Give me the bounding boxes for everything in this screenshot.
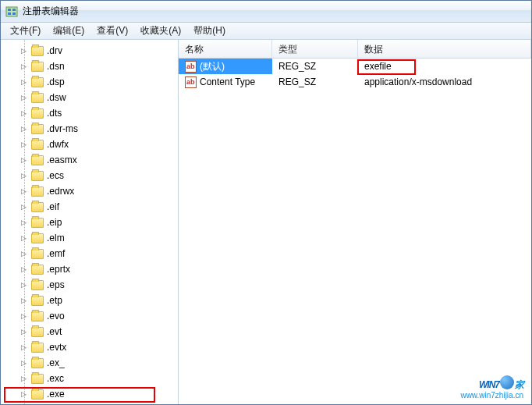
tree-node-label: .evt xyxy=(47,326,62,337)
tree: .drv.dsn.dsp.dsw.dts.dvr-ms.dwfx.easmx.e… xyxy=(1,40,178,402)
column-header-type[interactable]: 类型 xyxy=(272,40,358,58)
expand-icon[interactable] xyxy=(20,94,28,102)
tree-node[interactable]: .evtx xyxy=(20,339,178,355)
folder-icon xyxy=(31,202,44,212)
cell-type: REG_SZ xyxy=(272,74,358,90)
tree-node-label: .exc xyxy=(47,373,64,384)
tree-node[interactable]: .ecs xyxy=(20,168,178,183)
tree-node[interactable]: .etp xyxy=(20,293,178,308)
expand-icon[interactable] xyxy=(20,265,28,274)
cell-data: exefile xyxy=(358,59,531,74)
tree-node[interactable]: .dvr-ms xyxy=(20,121,178,137)
expand-icon[interactable] xyxy=(20,312,28,321)
folder-icon xyxy=(31,187,44,197)
tree-node[interactable]: .easmx xyxy=(20,152,178,168)
svg-rect-4 xyxy=(12,12,16,15)
column-header-data[interactable]: 数据 xyxy=(358,40,531,58)
folder-icon xyxy=(31,265,44,275)
expand-icon[interactable] xyxy=(20,297,28,305)
expand-icon[interactable] xyxy=(20,359,28,368)
list-row[interactable]: (默认)REG_SZexefile xyxy=(179,59,531,74)
folder-icon xyxy=(31,343,44,353)
tree-node[interactable]: .elm xyxy=(20,230,178,246)
watermark: WIN7家 www.win7zhijia.cn xyxy=(460,372,523,400)
tree-node-label: .dsn xyxy=(47,61,65,72)
expand-icon[interactable] xyxy=(20,140,28,149)
expand-icon[interactable] xyxy=(20,47,28,55)
expand-icon[interactable] xyxy=(20,281,28,290)
list-pane[interactable]: 名称 类型 数据 (默认)REG_SZexefileContent TypeRE… xyxy=(179,40,531,404)
value-name: Content Type xyxy=(200,76,255,87)
tree-node-label: .dts xyxy=(47,108,62,119)
expand-icon[interactable] xyxy=(20,156,28,165)
column-header-name[interactable]: 名称 xyxy=(179,40,272,58)
tree-node[interactable]: .eip xyxy=(20,215,178,230)
folder-icon xyxy=(31,62,44,72)
tree-node[interactable]: .eps xyxy=(20,277,178,293)
expand-icon[interactable] xyxy=(20,343,28,352)
tree-node-label: .dwfx xyxy=(47,139,69,150)
watermark-in: IN xyxy=(487,379,495,390)
tree-node[interactable]: .ex_ xyxy=(20,355,178,371)
menu-edit[interactable]: 编辑(E) xyxy=(47,23,90,39)
tree-node-label: .eip xyxy=(47,217,62,228)
expand-icon[interactable] xyxy=(20,218,28,227)
svg-rect-1 xyxy=(8,9,11,11)
string-value-icon xyxy=(185,61,197,73)
tree-pane[interactable]: .drv.dsn.dsp.dsw.dts.dvr-ms.dwfx.easmx.e… xyxy=(1,40,179,404)
tree-node-label: .emf xyxy=(47,248,65,259)
folder-icon xyxy=(31,77,44,87)
cell-name: Content Type xyxy=(179,74,272,90)
expand-icon[interactable] xyxy=(20,172,28,180)
list-row[interactable]: Content TypeREG_SZapplication/x-msdownlo… xyxy=(179,74,531,90)
list-rows: (默认)REG_SZexefileContent TypeREG_SZappli… xyxy=(179,59,531,404)
tree-node[interactable]: .dsw xyxy=(20,90,178,105)
watermark-logo: WIN7家 xyxy=(460,372,523,393)
expand-icon[interactable] xyxy=(20,187,28,196)
titlebar[interactable]: 注册表编辑器 xyxy=(1,1,531,23)
tree-node[interactable]: .dts xyxy=(20,105,178,121)
body: .drv.dsn.dsp.dsw.dts.dvr-ms.dwfx.easmx.e… xyxy=(1,40,531,404)
expand-icon[interactable] xyxy=(20,203,28,211)
tree-node[interactable]: .dwfx xyxy=(20,137,178,152)
expand-icon[interactable] xyxy=(20,390,28,399)
tree-node[interactable]: .eprtx xyxy=(20,261,178,277)
folder-icon xyxy=(31,140,44,150)
tree-node[interactable]: .evo xyxy=(20,308,178,324)
expand-icon[interactable] xyxy=(20,328,28,336)
expand-icon[interactable] xyxy=(20,234,28,243)
tree-node-label: .etp xyxy=(47,295,62,306)
folder-icon xyxy=(31,108,44,119)
expand-icon[interactable] xyxy=(20,78,28,87)
menu-view[interactable]: 查看(V) xyxy=(90,23,134,39)
svg-rect-0 xyxy=(6,7,17,16)
expand-icon[interactable] xyxy=(20,109,28,118)
tree-node[interactable]: .dsp xyxy=(20,74,178,90)
menu-favorites[interactable]: 收藏夹(A) xyxy=(134,23,187,39)
tree-node[interactable]: .exc xyxy=(20,371,178,386)
tree-node-label: .dsp xyxy=(47,76,65,87)
tree-node-label: .edrwx xyxy=(47,186,74,197)
tree-node[interactable]: .emf xyxy=(20,246,178,261)
tree-node[interactable]: .edrwx xyxy=(20,183,178,199)
window-title: 注册表编辑器 xyxy=(23,5,79,18)
watermark-jia: 家 xyxy=(515,379,523,390)
folder-icon xyxy=(31,46,44,56)
tree-node[interactable]: .exe xyxy=(20,386,178,402)
menu-help[interactable]: 帮助(H) xyxy=(187,23,232,39)
expand-icon[interactable] xyxy=(20,250,28,258)
tree-node[interactable]: .drv xyxy=(20,43,178,59)
folder-icon xyxy=(31,233,44,243)
tree-node[interactable]: .dsn xyxy=(20,59,178,74)
expand-icon[interactable] xyxy=(20,375,28,383)
folder-icon xyxy=(31,311,44,322)
watermark-seven: 7 xyxy=(495,379,499,390)
expand-icon[interactable] xyxy=(20,125,28,133)
folder-icon xyxy=(31,374,44,384)
tree-node[interactable]: .evt xyxy=(20,324,178,339)
expand-icon[interactable] xyxy=(20,62,28,71)
tree-node[interactable]: .eif xyxy=(20,199,178,215)
folder-icon xyxy=(31,124,44,134)
folder-icon xyxy=(31,155,44,165)
menu-file[interactable]: 文件(F) xyxy=(4,23,47,39)
